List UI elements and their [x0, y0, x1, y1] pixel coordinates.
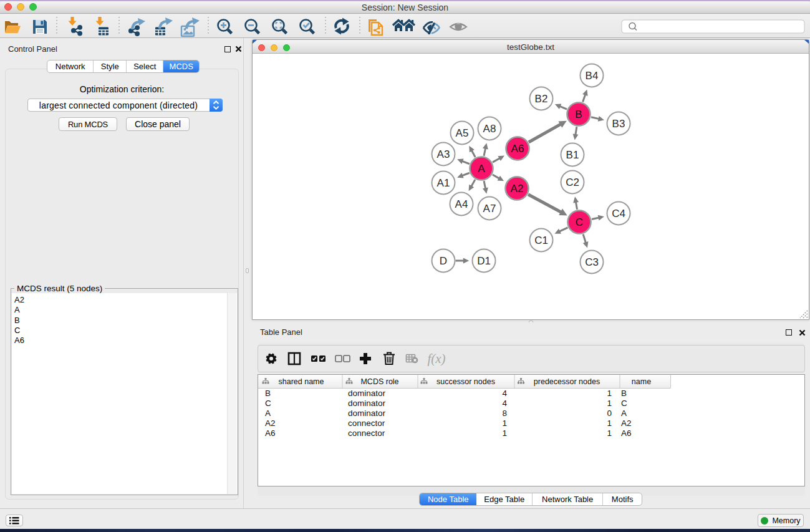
svg-text:0: 0	[607, 409, 612, 418]
svg-text:name: name	[632, 377, 651, 386]
svg-text:dominator: dominator	[348, 399, 386, 408]
svg-text:C: C	[621, 399, 627, 408]
svg-text:C4: C4	[612, 208, 625, 220]
svg-text:1: 1	[607, 428, 612, 438]
svg-text:B: B	[621, 389, 627, 398]
svg-text:A5: A5	[456, 127, 469, 139]
svg-text:A7: A7	[483, 203, 496, 215]
svg-text:A2: A2	[621, 418, 632, 428]
svg-text:4: 4	[502, 389, 507, 398]
svg-text:B3: B3	[612, 118, 625, 130]
svg-text:shared name: shared name	[279, 377, 324, 386]
svg-text:B: B	[575, 109, 582, 120]
svg-text:A6: A6	[511, 143, 524, 155]
svg-text:successor nodes: successor nodes	[436, 377, 495, 386]
svg-text:1: 1	[502, 428, 507, 438]
svg-text:C: C	[265, 399, 271, 408]
svg-text:A2: A2	[511, 183, 524, 195]
svg-text:B4: B4	[586, 70, 599, 82]
svg-text:connector: connector	[348, 418, 385, 428]
svg-text:A: A	[265, 409, 271, 418]
svg-text:predecessor nodes: predecessor nodes	[534, 377, 600, 386]
svg-text:1: 1	[607, 418, 612, 428]
svg-text:dominator: dominator	[348, 409, 386, 418]
svg-text:connector: connector	[348, 428, 385, 438]
svg-text:A6: A6	[621, 428, 632, 438]
svg-text:A4: A4	[455, 198, 468, 210]
svg-text:A1: A1	[437, 177, 450, 189]
svg-text:f(x): f(x)	[427, 351, 445, 366]
svg-text:A3: A3	[437, 148, 450, 160]
svg-text:dominator: dominator	[348, 389, 386, 398]
svg-text:A8: A8	[483, 123, 496, 135]
svg-text:C2: C2	[566, 177, 579, 188]
svg-text:8: 8	[502, 409, 507, 418]
svg-text:4: 4	[502, 399, 507, 408]
svg-text:D: D	[440, 255, 447, 267]
svg-text:1: 1	[607, 389, 612, 398]
svg-text:D1: D1	[477, 255, 491, 267]
svg-text:C1: C1	[534, 235, 548, 246]
svg-text:MCDS role: MCDS role	[360, 377, 398, 386]
svg-text:C: C	[576, 216, 583, 228]
svg-text:B: B	[265, 389, 271, 398]
svg-text:B2: B2	[535, 93, 548, 105]
svg-text:B1: B1	[566, 149, 579, 161]
svg-text:A: A	[478, 163, 485, 175]
svg-text:1: 1	[607, 399, 612, 408]
svg-text:A6: A6	[265, 428, 276, 438]
svg-text:A: A	[621, 409, 627, 418]
svg-text:A2: A2	[265, 418, 276, 428]
svg-text:C3: C3	[585, 256, 599, 268]
svg-text:1: 1	[502, 418, 507, 428]
